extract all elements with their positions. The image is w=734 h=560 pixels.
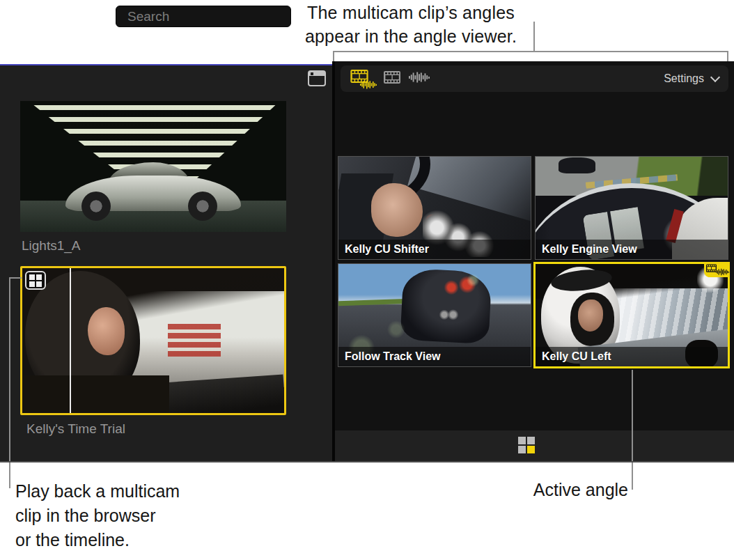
angle-label: Kelly CU Left: [536, 347, 728, 366]
angle-tile-kelly-engine-view[interactable]: Kelly Engine View: [536, 157, 728, 259]
video-and-audio-switch-icon[interactable]: [350, 70, 375, 88]
clip-thumbnail-kellys-time-trial[interactable]: [20, 266, 286, 415]
display-mode-buttons: [350, 70, 430, 88]
bottom-left-annotation-line3: or the timeline.: [15, 528, 180, 552]
skimmer-playhead[interactable]: [70, 268, 71, 413]
search-field[interactable]: [116, 6, 291, 27]
active-angle-annotation: Active angle: [489, 480, 628, 500]
badge-square: [29, 274, 35, 280]
angle-viewer-footer: [335, 430, 734, 461]
video-only-switch-icon[interactable]: [384, 71, 400, 86]
callout-line-top-feeder: [533, 22, 535, 52]
angle-tile-kelly-cu-shifter[interactable]: Kelly CU Shifter: [338, 157, 531, 259]
browser-display-toggle-icon[interactable]: [308, 70, 326, 86]
settings-label: Settings: [664, 72, 704, 85]
video-audio-active-badge-icon: [704, 262, 730, 277]
angle-label: Kelly CU Shifter: [338, 240, 531, 259]
angle-grid-display-icon[interactable]: [518, 437, 535, 453]
panel-bottom-border: [0, 461, 734, 462]
bottom-left-annotation: Play back a multicam clip in the browser…: [15, 479, 180, 552]
search-input[interactable]: [126, 8, 299, 25]
callout-line-bracket-left-stub: [333, 52, 334, 62]
callout-line-top-bracket: [333, 51, 728, 52]
driver-face-shape: [88, 307, 125, 355]
following-car-shape: [559, 157, 595, 173]
driver-suit-shape: [22, 375, 169, 413]
bottom-left-annotation-line2: clip in the browser: [15, 504, 180, 528]
angle-tile-kelly-cu-left-active[interactable]: Kelly CU Left: [533, 262, 730, 368]
bottom-left-annotation-line1: Play back a multicam: [15, 479, 180, 504]
badge-square: [29, 281, 35, 287]
grid-square: [518, 437, 526, 444]
angle-label: Follow Track View: [338, 347, 531, 366]
multicam-grid-badge-icon: [25, 271, 46, 290]
car-wheel-shape: [81, 192, 111, 221]
angle-viewer-panel: Settings Kelly CU Shifter: [335, 61, 734, 462]
angle-viewer-toolbar: Settings: [341, 65, 728, 92]
callout-line-multicam-vertical: [9, 277, 10, 488]
final-cut-pro-screenshot: The multicam clip’s angles appear in the…: [0, 0, 734, 560]
angle-label: Kelly Engine View: [536, 240, 728, 259]
callout-line-multicam-horizontal: [9, 277, 22, 279]
settings-dropdown[interactable]: Settings: [664, 72, 719, 85]
callout-line-bracket-right-stub: [727, 52, 728, 62]
clip-thumbnail-lights1a[interactable]: [20, 101, 286, 232]
grid-square: [518, 446, 526, 453]
grid-square-active: [527, 446, 535, 453]
clip-name-label: Kelly's Time Trial: [26, 421, 125, 437]
audio-only-switch-icon[interactable]: [409, 72, 430, 86]
callout-line-active-angle: [632, 370, 633, 490]
chevron-down-icon: [710, 72, 720, 82]
angle-tile-follow-track-view[interactable]: Follow Track View: [338, 264, 531, 366]
window-dot-shape: [311, 72, 313, 75]
clip-name-label: Lights1_A: [22, 238, 81, 254]
badge-square: [36, 274, 42, 280]
car-wheel-shape: [188, 192, 217, 221]
driver-face-shape: [578, 300, 603, 332]
top-annotation-line2: appear in the angle viewer.: [237, 24, 585, 48]
grid-square: [527, 437, 535, 444]
badge-square: [36, 281, 42, 287]
